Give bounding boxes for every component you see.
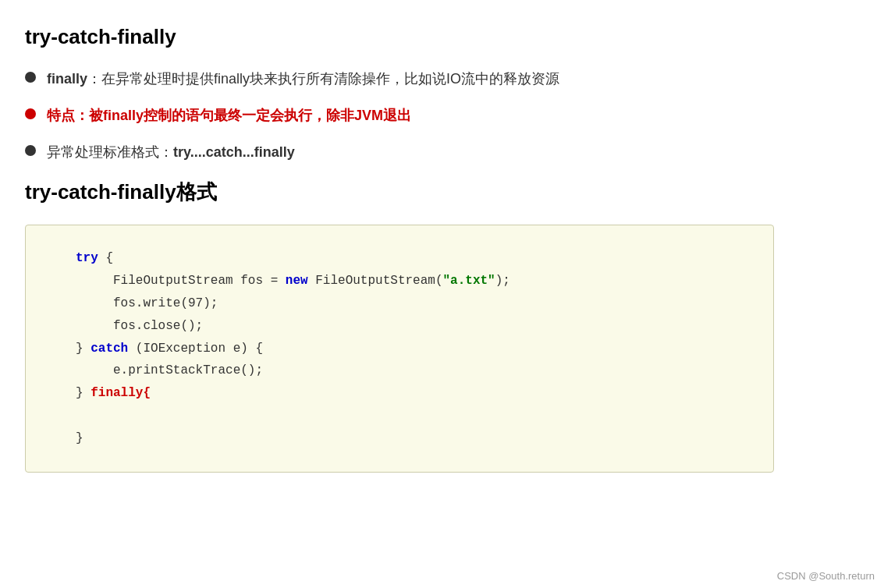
code-closebrace-finally: }: [76, 431, 83, 445]
code-kw-catch: catch: [91, 342, 128, 356]
code-closebrace-catch: }: [76, 386, 91, 400]
code-line-4: fos.close();: [51, 315, 748, 338]
list-item-1: finally：在异常处理时提供finally块来执行所有清除操作，比如说IO流…: [25, 68, 859, 90]
code-kw-finally: finally{: [91, 386, 151, 400]
code-line-5: } catch (IOException e) {: [51, 338, 748, 360]
bullet-bold-1: finally: [47, 71, 87, 87]
code-closebrace-try: }: [76, 342, 91, 356]
code-catch-sig: (IOException e) {: [128, 342, 263, 356]
bullet-text-1: finally：在异常处理时提供finally块来执行所有清除操作，比如说IO流…: [47, 68, 859, 90]
watermark: CSDN @South.return: [777, 570, 875, 582]
bullet-dot-2: [25, 108, 36, 119]
code-block: try { FileOutputStream fos = new FileOut…: [25, 225, 774, 472]
bullet-dot-1: [25, 72, 36, 83]
bullet-rest-1: ：在异常处理时提供finally块来执行所有清除操作，比如说IO流中的释放资源: [87, 71, 559, 87]
code-string-atxt: "a.txt": [442, 274, 495, 288]
code-line-7: } finally{: [51, 382, 748, 405]
code-fos-new: FileOutputStream(: [308, 274, 443, 288]
bullet-text-3: 异常处理标准格式：try....catch...finally: [47, 141, 859, 164]
list-item-3: 异常处理标准格式：try....catch...finally: [25, 141, 859, 164]
bullet-bold-3: try....catch...finally: [173, 144, 295, 160]
code-line-9: }: [51, 427, 748, 450]
code-foswrite: fos.write(97);: [113, 296, 218, 310]
heading1: try-catch-finally: [25, 25, 859, 49]
code-line-3: fos.write(97);: [51, 292, 748, 315]
code-kw-new: new: [286, 274, 308, 288]
bullet-dot-3: [25, 145, 36, 156]
code-line-6: e.printStackTrace();: [51, 360, 748, 382]
bullet-list: finally：在异常处理时提供finally块来执行所有清除操作，比如说IO流…: [25, 68, 859, 163]
code-line-1: try {: [51, 247, 748, 270]
bullet-plain-3: 异常处理标准格式：: [47, 144, 173, 160]
heading2: try-catch-finally格式: [25, 179, 859, 206]
code-fosclose: fos.close();: [113, 319, 203, 333]
bullet-text-2: 特点：被finally控制的语句最终一定会执行，除非JVM退出: [47, 104, 859, 127]
code-fos-end: );: [495, 274, 510, 288]
code-line-2: FileOutputStream fos = new FileOutputStr…: [51, 270, 748, 292]
code-line-8: [51, 405, 748, 427]
code-brace-open: {: [98, 251, 113, 265]
list-item-2: 特点：被finally控制的语句最终一定会执行，除非JVM退出: [25, 104, 859, 127]
code-fos-decl: FileOutputStream fos =: [113, 274, 286, 288]
code-kw-try: try: [76, 251, 98, 265]
code-printtrace: e.printStackTrace();: [113, 363, 263, 377]
